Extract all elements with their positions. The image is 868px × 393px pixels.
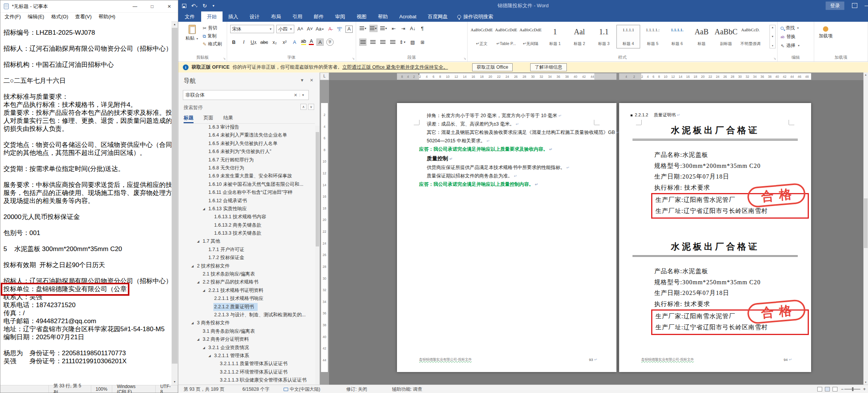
- notepad-minimize-button[interactable]: —: [126, 0, 144, 13]
- vertical-ruler[interactable]: 2468101214161820222426283032343638404244: [320, 80, 329, 385]
- nav-heading-item[interactable]: 2.2.1.2 质量证明书: [178, 303, 314, 311]
- font-color-icon[interactable]: A: [309, 39, 314, 45]
- nav-close-icon[interactable]: ✕: [310, 78, 313, 83]
- nav-tab-页面[interactable]: 页面: [203, 114, 213, 123]
- nav-heading-item[interactable]: 2.2.1.3 与设计、制造、测试和检测相关的...: [178, 311, 314, 319]
- notepad-scrollbar[interactable]: ▲ ▼: [171, 21, 178, 385]
- horizontal-ruler[interactable]: 842 246810121416182022242628303234363840…: [329, 72, 863, 80]
- nav-heading-item[interactable]: 1.6.12 合规承诺书: [178, 197, 314, 205]
- shrink-font-icon[interactable]: A˅: [306, 26, 313, 33]
- next-result-icon[interactable]: ∨: [308, 104, 314, 110]
- style-正文[interactable]: AaBbCcDdE↵正文: [470, 25, 494, 48]
- nav-tab-标题[interactable]: 标题: [184, 114, 194, 123]
- nav-heading-item[interactable]: 1.6.13.2 商务关键条款: [178, 221, 314, 229]
- character-border-icon[interactable]: A: [345, 26, 353, 33]
- nav-heading-item[interactable]: ◢3.2.1 企业资质情况: [178, 344, 314, 352]
- nav-heading-item[interactable]: 1.6.13.3 技术关键条款: [178, 229, 314, 237]
- nav-heading-item[interactable]: 1.6.13.1 技术规格书内容: [178, 213, 314, 221]
- nav-search-input[interactable]: 非联合体 ✕ ▼: [183, 90, 309, 100]
- copy-button[interactable]: ⧉复制: [203, 33, 222, 39]
- word-count[interactable]: 6/15828 个字: [242, 385, 269, 393]
- notepad-menu-item[interactable]: 文件(F): [1, 13, 24, 20]
- tab-审阅[interactable]: 审阅: [329, 11, 351, 22]
- clear-formatting-icon[interactable]: A̶: [326, 26, 334, 33]
- style-标题[interactable]: AaB标题: [690, 25, 713, 48]
- find-button[interactable]: 查找▼: [781, 25, 800, 31]
- justify-icon[interactable]: [389, 39, 396, 46]
- nav-heading-item[interactable]: 3.2.1.1.2 环境管理体系认证证书: [178, 368, 314, 376]
- accessibility-indicator[interactable]: 辅助功能: 调查: [392, 385, 422, 393]
- document-page-93[interactable]: 掉角：长度方向小于等于 20 毫米，宽度方向小于等于 10 毫米↵误差：成品长、…: [397, 103, 616, 372]
- highlight-icon[interactable]: ab: [301, 39, 306, 45]
- tab-布局[interactable]: 布局: [265, 11, 287, 22]
- style-标题4[interactable]: 1.1.1.1标题 4: [616, 25, 640, 48]
- tab-邮件[interactable]: 邮件: [308, 11, 329, 22]
- nav-heading-item[interactable]: 1.6.8 无失信行为: [178, 164, 314, 172]
- tab-开始[interactable]: 开始: [201, 11, 223, 22]
- numbering-icon[interactable]: ▼: [369, 25, 378, 32]
- tab-插入[interactable]: 插入: [223, 11, 244, 22]
- style-无间隔[interactable]: AaBbCcDdE↵无间隔: [519, 25, 542, 48]
- bullets-icon[interactable]: ▼: [359, 25, 367, 32]
- collapse-arrow-icon[interactable]: ◢: [197, 335, 202, 343]
- scroll-down-icon[interactable]: ▼: [863, 380, 868, 385]
- nav-scrollbar-thumb[interactable]: [316, 132, 319, 246]
- nav-heading-item[interactable]: 3.2.1.1.3 职业健康安全管理体系认证证书: [178, 376, 314, 384]
- dialog-launcher-icon[interactable]: ↘: [463, 57, 466, 60]
- select-button[interactable]: ⇖选择▼: [781, 42, 800, 49]
- nav-heading-item[interactable]: 2.2.1.1 技术规格书响应: [178, 295, 314, 303]
- nav-heading-item[interactable]: ◢2.2.1 技术规格书证明资料: [178, 287, 314, 295]
- collapse-arrow-icon[interactable]: ◢: [191, 319, 196, 327]
- indent-marker-icon[interactable]: ▼: [418, 73, 420, 76]
- language-indicator[interactable]: 中文(中国大陆): [284, 385, 320, 393]
- decrease-indent-icon[interactable]: ⇤: [390, 25, 397, 32]
- nav-heading-item[interactable]: 3.1 商务条款响应/偏离表: [178, 327, 314, 335]
- nav-heading-item[interactable]: 2.1 技术条款响应/偏离表: [178, 270, 314, 278]
- nav-heading-item[interactable]: ◢1.6.13 实质性响应: [178, 205, 314, 213]
- notepad-close-button[interactable]: ✕: [161, 0, 178, 13]
- minimize-button-partial[interactable]: —: [865, 3, 868, 8]
- nav-heading-item[interactable]: ◢2 技术投标文件: [178, 262, 314, 270]
- nav-heading-item[interactable]: 1.6.11 企业名称中不包含“辽河油田”字样: [178, 188, 314, 196]
- document-scrollbar[interactable]: ▲ ▼: [863, 72, 868, 385]
- style-不明显强调[interactable]: AaBbCcD.不明显强调: [739, 25, 762, 48]
- increase-indent-icon[interactable]: ⇥: [400, 25, 407, 32]
- zoom-slider-thumb[interactable]: [852, 387, 853, 391]
- bold-icon[interactable]: B: [230, 39, 237, 46]
- read-mode-icon[interactable]: [817, 387, 822, 391]
- strikethrough-icon[interactable]: abc: [260, 39, 268, 46]
- notepad-scrollbar-thumb[interactable]: [172, 28, 177, 364]
- warning-link[interactable]: 立即通过正版 Office 避免中断并使文件保持安全。: [342, 64, 448, 71]
- nav-heading-item[interactable]: ◢2.2 投标产品的技术规格书: [178, 278, 314, 286]
- nav-heading-item[interactable]: 1.6.10 未被中国石油天然气集团有限公司和...: [178, 180, 314, 188]
- sort-icon[interactable]: A↓: [409, 25, 416, 32]
- nav-heading-item[interactable]: ◢3.2.1.1 管理体系: [178, 352, 314, 360]
- dialog-launcher-icon[interactable]: ↘: [773, 57, 776, 60]
- underline-icon[interactable]: U▼: [250, 39, 257, 46]
- change-case-icon[interactable]: Aa▼: [316, 26, 324, 33]
- nav-heading-item[interactable]: 1.6.5 未被列入失信被执行人名单: [178, 140, 314, 148]
- font-name-combo[interactable]: 宋体▼: [230, 25, 274, 33]
- nav-tab-结果[interactable]: 结果: [223, 114, 233, 123]
- shading-bucket-icon[interactable]: ▨: [409, 39, 416, 46]
- zoom-level[interactable]: 100%: [91, 385, 113, 393]
- cut-button[interactable]: ✂剪切: [203, 25, 222, 31]
- nav-heading-item[interactable]: 1.7.2 投标保证金: [178, 254, 314, 262]
- collapse-arrow-icon[interactable]: ◢: [197, 237, 202, 245]
- collapse-arrow-icon[interactable]: ◢: [203, 344, 208, 352]
- nav-heading-item[interactable]: 3.2.1.1.1 质量管理体系认证证书: [178, 360, 314, 368]
- dialog-launcher-icon[interactable]: ↘: [352, 57, 355, 60]
- italic-icon[interactable]: I: [240, 39, 247, 46]
- nav-heading-item[interactable]: 1.6.7 无行贿犯罪行为: [178, 156, 314, 164]
- align-center-icon[interactable]: [369, 39, 376, 46]
- multilevel-list-icon[interactable]: ▼: [380, 25, 388, 32]
- notepad-menu-item[interactable]: 编辑(E): [24, 13, 48, 20]
- style-副标题[interactable]: AaBbC副标题: [714, 25, 738, 48]
- tab-引用[interactable]: 引用: [287, 11, 308, 22]
- document-scrollbar-thumb[interactable]: [864, 198, 868, 248]
- font-size-combo[interactable]: 小四▼: [276, 25, 294, 33]
- scroll-up-icon[interactable]: ▲: [171, 21, 178, 27]
- collapse-arrow-icon[interactable]: ◢: [208, 352, 213, 360]
- tab-百度网盘[interactable]: 百度网盘: [422, 11, 453, 22]
- style-标题5[interactable]: 1.1.1.1.:标题 5: [641, 25, 665, 48]
